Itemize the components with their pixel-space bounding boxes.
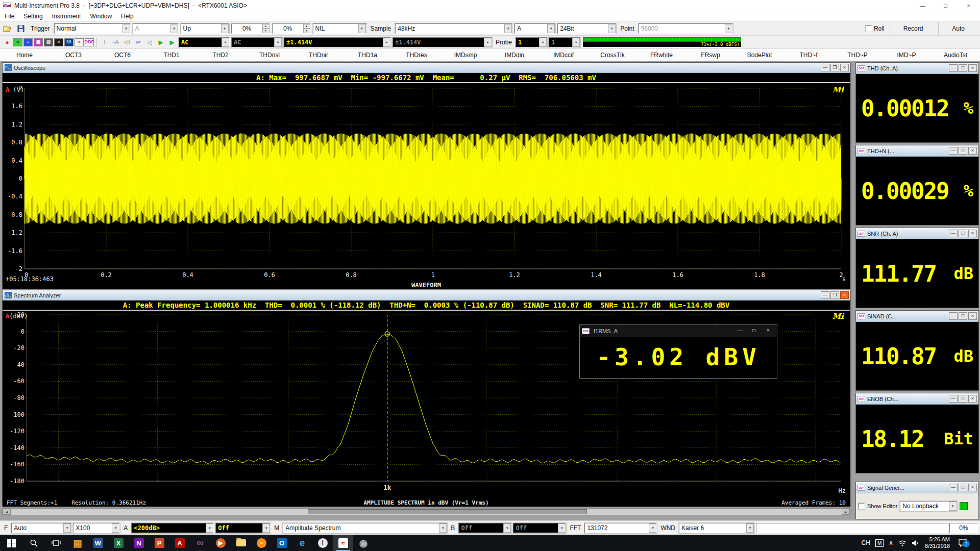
volume-icon[interactable] (912, 540, 920, 546)
taskbar-excel[interactable]: X (108, 535, 129, 551)
close-button[interactable]: × (957, 0, 980, 11)
trigger-mode-dropdown[interactable]: Normal▼ (54, 23, 131, 34)
menu-setting[interactable]: Setting (19, 13, 47, 20)
taskbar-onenote[interactable]: N (129, 535, 149, 551)
minimize-button[interactable]: — (949, 230, 958, 237)
tab-thd2[interactable]: THD2 (196, 49, 245, 61)
tab-frwhite[interactable]: FRwhite (637, 49, 686, 61)
action-center-button[interactable]: 2 (955, 539, 970, 547)
close-button[interactable]: × (840, 64, 849, 71)
taskbar-acrobat[interactable]: A (169, 535, 190, 551)
generator-status-indicator[interactable] (960, 502, 968, 510)
tab-audiotst[interactable]: AudioTst (931, 49, 980, 61)
spectrum-analyzer-icon[interactable]: ≡ (23, 38, 33, 46)
record-length-dropdown[interactable]: 96000▼ (639, 23, 733, 34)
minimize-button[interactable]: — (911, 0, 934, 11)
derived-data-icon[interactable]: ≈ (75, 38, 84, 46)
stop-icon[interactable]: ● (2, 38, 12, 47)
close-button[interactable]: × (968, 147, 977, 155)
minimize-button[interactable]: — (949, 312, 958, 320)
close-button[interactable]: × (968, 230, 977, 237)
maximize-button[interactable]: □ (959, 484, 967, 491)
maximize-button[interactable]: □ (959, 64, 967, 72)
save-icon[interactable] (15, 23, 27, 34)
oscilloscope-titlebar[interactable]: Oscilloscope — ❐ × (3, 63, 850, 73)
checkbox-icon[interactable] (866, 26, 872, 32)
trigger-frames-dropdown[interactable]: NIL▼ (313, 23, 366, 34)
tab-frswp[interactable]: FRswp (686, 49, 735, 61)
oscilloscope-chart[interactable]: 00.20.40.60.811.21.41.61.8221.61.20.80.4… (4, 83, 848, 287)
taskbar-powerpoint[interactable]: P (149, 535, 169, 551)
minimize-button[interactable]: — (821, 64, 829, 71)
loopback-dropdown[interactable]: No Loopback▼ (900, 501, 957, 511)
restore-button[interactable]: ❐ (830, 64, 839, 71)
language-indicator[interactable]: CH (862, 539, 870, 546)
maximize-button[interactable]: □ (959, 395, 967, 403)
taskbar-multi-instrument[interactable]: ≈ (333, 535, 353, 551)
run-icon[interactable]: ▶ (156, 38, 166, 47)
taskbar-file-explorer[interactable] (231, 535, 251, 551)
auto-button[interactable]: Auto (938, 22, 978, 35)
tab-home[interactable]: Home (0, 49, 49, 61)
minimize-button[interactable]: — (733, 327, 746, 335)
maximize-button[interactable]: □ (959, 312, 967, 320)
open-icon[interactable] (2, 23, 13, 34)
task-view-button[interactable] (45, 535, 67, 551)
ddp-viewer-icon[interactable]: DDP (85, 38, 94, 46)
tab-crosstlk[interactable]: CrossTlk (588, 49, 637, 61)
sampling-channel-dropdown[interactable]: A▼ (514, 23, 555, 34)
taskbar-visual-studio[interactable]: ∞ (190, 535, 210, 551)
restore-button[interactable]: ❐ (830, 291, 839, 299)
scrollbar-thumb[interactable] (308, 509, 587, 514)
keyboard-indicator[interactable]: M (875, 539, 884, 547)
minimize-button[interactable]: — (949, 484, 958, 491)
marker-a-icon[interactable]: -A (111, 38, 121, 47)
tab-thd1a[interactable]: THD1a (343, 49, 392, 61)
close-button[interactable]: × (968, 312, 977, 320)
f1rms-titlebar[interactable]: DDP f1RMS_A — □ × (580, 325, 777, 337)
menu-file[interactable]: File (0, 13, 19, 20)
probe-a-dropdown[interactable]: 1▼ (516, 37, 547, 47)
scroll-left-icon[interactable]: ◄ (3, 509, 11, 515)
maximize-button[interactable]: □ (959, 147, 967, 155)
close-button[interactable]: × (968, 395, 977, 403)
taskbar-edge[interactable]: e (292, 535, 312, 551)
taskbar-media-player[interactable]: ▶ (210, 535, 231, 551)
minimize-button[interactable]: — (949, 147, 958, 155)
meter-titlebar[interactable]: DDPENOB (Ch...—□× (856, 393, 978, 405)
menu-window[interactable]: Window (85, 13, 116, 20)
b-mode1-dropdown[interactable]: Off▼ (458, 523, 511, 533)
tab-imdccif[interactable]: IMDccif (539, 49, 588, 61)
view-mode-dropdown[interactable]: Amplitude Spectrum▼ (283, 523, 447, 533)
tab-imd~p[interactable]: IMD~P (882, 49, 931, 61)
b-mode2-dropdown[interactable]: Off▼ (513, 523, 566, 533)
a-range-dropdown[interactable]: <200dB>▼ (131, 523, 214, 533)
menu-instrument[interactable]: Instrument (47, 13, 86, 20)
signal-generator-titlebar[interactable]: DDP Signal Gener... — □ × (856, 482, 978, 493)
chevron-up-icon[interactable]: ∧ (889, 539, 893, 546)
tab-thd~p[interactable]: THD~P (833, 49, 882, 61)
search-button[interactable] (22, 535, 45, 551)
zoom-dropdown[interactable]: X100▼ (73, 523, 120, 533)
window-function-dropdown[interactable]: Kaiser 6▼ (679, 523, 754, 533)
tab-imdsmp[interactable]: IMDsmp (441, 49, 490, 61)
taskbar-outlook[interactable]: O (272, 535, 292, 551)
taskbar-camera[interactable]: ◉ (353, 535, 374, 551)
run-auto-icon[interactable]: ▶ (167, 38, 177, 47)
meter-titlebar[interactable]: DDPTHD+N (...—□× (856, 145, 978, 157)
roll-checkbox[interactable]: Roll (863, 25, 888, 32)
record-button[interactable]: Record (890, 22, 937, 35)
probe-b-dropdown[interactable]: 1▼ (549, 37, 580, 47)
show-editor-checkbox[interactable] (859, 503, 865, 509)
maximize-button[interactable]: □ (959, 230, 967, 237)
meter-titlebar[interactable]: DDPSNR (Ch. A)—□× (856, 228, 978, 239)
tab-thd1[interactable]: THD1 (147, 49, 196, 61)
tab-bodeplot[interactable]: BodePlot (735, 49, 784, 61)
tab-thdnsl[interactable]: THDnsl (245, 49, 294, 61)
meter-titlebar[interactable]: DDPSINAD (C...—□× (856, 311, 978, 322)
maximize-button[interactable]: □ (934, 0, 957, 11)
trigger-level-spinner[interactable]: 0%▲▼ (231, 23, 270, 34)
tab-thdres[interactable]: THDres (392, 49, 441, 61)
close-button[interactable]: × (840, 291, 849, 299)
menu-help[interactable]: Help (116, 13, 138, 20)
